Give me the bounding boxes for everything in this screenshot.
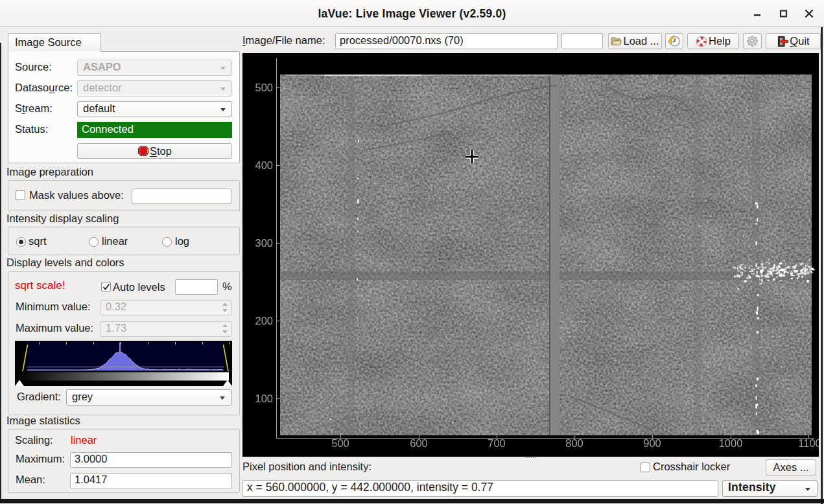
svg-text:300: 300 [255, 237, 273, 249]
svg-text:900: 900 [643, 437, 661, 449]
svg-text:600: 600 [410, 437, 428, 449]
svg-text:100: 100 [255, 393, 273, 404]
svg-text:500: 500 [255, 82, 273, 93]
svg-text:1000: 1000 [719, 437, 743, 449]
svg-text:700: 700 [488, 437, 506, 449]
svg-text:1100: 1100 [798, 437, 819, 449]
svg-text:200: 200 [255, 315, 273, 326]
svg-text:500: 500 [331, 437, 349, 449]
svg-text:400: 400 [255, 159, 273, 171]
svg-text:800: 800 [565, 437, 583, 449]
